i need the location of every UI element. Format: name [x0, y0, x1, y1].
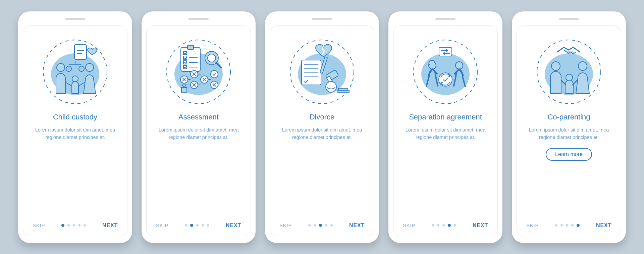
page-dot[interactable] — [560, 224, 563, 226]
page-dot[interactable] — [325, 224, 327, 226]
skip-button[interactable]: SKIP — [279, 222, 292, 228]
page-dot[interactable] — [314, 224, 316, 226]
screen-title: Assessment — [178, 112, 219, 122]
screen-description: Lorem ipsum dolor sit dim amet, mea regi… — [282, 126, 362, 141]
page-dot[interactable] — [61, 224, 64, 227]
svg-point-8 — [57, 63, 65, 71]
onboarding-screen: Separation agreementLorem ipsum dolor si… — [393, 26, 498, 236]
page-dot[interactable] — [437, 224, 439, 226]
next-button[interactable]: NEXT — [226, 222, 241, 228]
page-indicator — [61, 224, 86, 227]
page-indicator — [432, 224, 456, 227]
page-dot[interactable] — [78, 224, 80, 226]
onboarding-nav: SKIPNEXT — [155, 222, 243, 230]
screen-description: Lorem ipsum dolor sit dim amet, mea regi… — [405, 126, 486, 141]
screen-title: Separation agreement — [409, 112, 482, 122]
screen-title: Co-parenting — [547, 112, 590, 122]
page-dot[interactable] — [190, 224, 193, 227]
page-dot[interactable] — [73, 224, 75, 226]
skip-button[interactable]: SKIP — [33, 222, 45, 228]
page-dot[interactable] — [442, 224, 445, 226]
onboarding-screen: Child custodyLorem ipsum dolor sit dim a… — [23, 26, 127, 236]
page-dot[interactable] — [432, 224, 434, 226]
page-dot[interactable] — [566, 224, 568, 226]
next-button[interactable]: NEXT — [102, 222, 118, 228]
phone-mockup: AssessmentLorem ipsum dolor sit dim amet… — [142, 11, 256, 243]
screen-title: Child custody — [53, 112, 97, 122]
divorce-icon — [287, 37, 357, 107]
svg-point-53 — [439, 73, 452, 86]
svg-point-56 — [551, 62, 560, 70]
onboarding-screen: DivorceLorem ipsum dolor sit dim amet, m… — [270, 26, 374, 236]
svg-point-26 — [208, 54, 216, 62]
svg-point-57 — [578, 62, 587, 70]
skip-button[interactable]: SKIP — [526, 222, 539, 228]
screen-title: Divorce — [310, 112, 335, 122]
learn-more-button[interactable]: Learn more — [546, 148, 592, 161]
page-dot[interactable] — [308, 224, 311, 226]
page-dot[interactable] — [196, 224, 199, 226]
svg-point-9 — [86, 63, 94, 71]
phone-mockup: Co-parentingLorem ipsum dolor sit dim am… — [512, 11, 626, 243]
page-dot[interactable] — [571, 224, 574, 226]
phone-mockup: Separation agreementLorem ipsum dolor si… — [388, 11, 502, 243]
screen-description: Lorem ipsum dolor sit dim amet, mea regi… — [35, 126, 115, 141]
page-dot[interactable] — [67, 224, 70, 226]
assessment-icon — [163, 37, 234, 107]
svg-rect-2 — [74, 45, 87, 59]
onboarding-nav: SKIPNEXT — [401, 222, 489, 230]
page-dot[interactable] — [555, 224, 557, 226]
separation-icon — [410, 37, 481, 107]
screen-description: Lorem ipsum dolor sit dim amet, mea regi… — [158, 126, 239, 141]
skip-button[interactable]: SKIP — [156, 222, 168, 228]
svg-rect-50 — [439, 47, 452, 56]
svg-point-52 — [455, 62, 463, 69]
onboarding-screen: AssessmentLorem ipsum dolor sit dim amet… — [146, 26, 251, 236]
page-indicator — [185, 224, 209, 227]
onboarding-nav: SKIPNEXT — [525, 222, 613, 230]
svg-point-33 — [211, 70, 218, 78]
svg-rect-16 — [187, 45, 194, 49]
page-dot[interactable] — [202, 224, 204, 226]
next-button[interactable]: NEXT — [349, 222, 365, 228]
skip-button[interactable]: SKIP — [403, 222, 415, 228]
child-custody-icon — [40, 37, 110, 107]
coparenting-icon — [534, 37, 604, 107]
page-dot[interactable] — [319, 224, 322, 227]
phone-mockup: DivorceLorem ipsum dolor sit dim amet, m… — [265, 11, 379, 243]
screen-description: Lorem ipsum dolor sit dim amet, mea regi… — [529, 126, 609, 141]
onboarding-nav: SKIPNEXT — [31, 222, 119, 230]
next-button[interactable]: NEXT — [596, 222, 611, 228]
page-dot[interactable] — [454, 224, 456, 226]
page-indicator — [308, 224, 333, 227]
page-dot[interactable] — [84, 224, 86, 226]
page-indicator — [555, 224, 580, 227]
page-dot[interactable] — [448, 224, 451, 227]
page-dot[interactable] — [577, 224, 580, 227]
svg-point-10 — [72, 76, 78, 82]
page-dot[interactable] — [207, 224, 209, 226]
onboarding-nav: SKIPNEXT — [278, 222, 366, 230]
svg-rect-34 — [181, 88, 187, 92]
onboarding-screen: Co-parentingLorem ipsum dolor sit dim am… — [517, 26, 621, 236]
svg-rect-47 — [337, 90, 349, 92]
page-dot[interactable] — [185, 224, 187, 226]
next-button[interactable]: NEXT — [473, 222, 488, 228]
page-dot[interactable] — [330, 224, 333, 226]
phone-mockup: Child custodyLorem ipsum dolor sit dim a… — [18, 11, 132, 243]
